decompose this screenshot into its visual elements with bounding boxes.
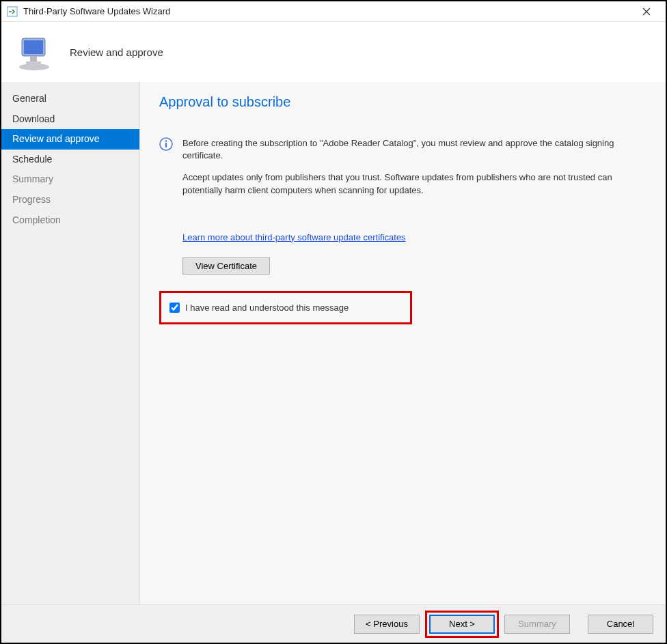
sidebar-item-schedule[interactable]: Schedule: [1, 150, 139, 170]
svg-rect-5: [26, 61, 41, 64]
sidebar-item-general[interactable]: General: [1, 89, 139, 109]
wizard-body: General Download Review and approve Sche…: [1, 82, 666, 604]
info-paragraph-2: Accept updates only from publishers that…: [182, 171, 646, 196]
window-title: Third-Party Software Updates Wizard: [23, 6, 633, 16]
wizard-content: Approval to subscribe Before creating th…: [139, 82, 666, 604]
acknowledge-label[interactable]: I have read and understood this message: [185, 303, 349, 313]
info-row: Before creating the subscription to "Ado…: [159, 137, 646, 206]
previous-button[interactable]: < Previous: [354, 615, 420, 634]
svg-rect-4: [30, 56, 37, 61]
app-icon: [7, 6, 18, 17]
info-text-block: Before creating the subscription to "Ado…: [182, 137, 646, 206]
page-title: Review and approve: [70, 46, 163, 58]
sidebar-item-progress: Progress: [1, 190, 139, 210]
view-certificate-button[interactable]: View Certificate: [182, 257, 270, 275]
acknowledge-checkbox[interactable]: [169, 303, 180, 313]
highlight-next: Next >: [425, 611, 499, 638]
sidebar-item-summary: Summary: [1, 169, 139, 190]
wizard-sidebar: General Download Review and approve Sche…: [1, 82, 139, 604]
next-button[interactable]: Next >: [429, 615, 495, 634]
svg-point-1: [19, 64, 49, 70]
info-icon: [159, 137, 173, 151]
highlight-checkbox: I have read and understood this message: [159, 291, 412, 324]
monitor-icon: [15, 33, 53, 71]
close-button[interactable]: [633, 2, 660, 21]
info-paragraph-1: Before creating the subscription to "Ado…: [182, 137, 646, 162]
wizard-header: Review and approve: [1, 22, 666, 82]
sidebar-item-review-approve[interactable]: Review and approve: [1, 129, 139, 150]
cancel-button[interactable]: Cancel: [588, 615, 653, 634]
sidebar-item-download[interactable]: Download: [1, 109, 139, 130]
titlebar: Third-Party Software Updates Wizard: [1, 1, 666, 22]
sidebar-item-completion: Completion: [1, 210, 139, 231]
svg-point-7: [165, 140, 167, 142]
svg-rect-3: [24, 40, 43, 54]
section-title: Approval to subscribe: [159, 94, 646, 110]
close-icon: [642, 8, 651, 16]
learn-more-link[interactable]: Learn more about third-party software up…: [182, 232, 646, 242]
summary-button: Summary: [504, 615, 570, 634]
svg-rect-8: [165, 143, 167, 148]
wizard-footer: < Previous Next > Summary Cancel: [1, 604, 666, 643]
